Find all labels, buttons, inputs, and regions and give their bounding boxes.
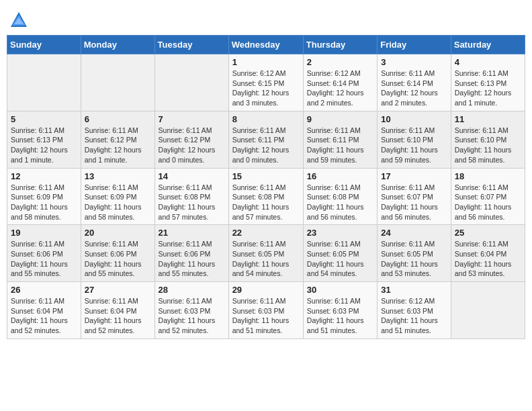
- calendar-week-row: 12Sunrise: 6:11 AM Sunset: 6:09 PM Dayli…: [7, 168, 525, 225]
- weekday-header: Saturday: [451, 36, 525, 54]
- calendar-cell: 27Sunrise: 6:11 AM Sunset: 6:04 PM Dayli…: [81, 282, 154, 339]
- weekday-header: Friday: [378, 36, 451, 54]
- day-number: 6: [85, 114, 151, 124]
- calendar-cell: 21Sunrise: 6:11 AM Sunset: 6:06 PM Dayli…: [154, 225, 228, 282]
- day-number: 15: [232, 171, 300, 181]
- calendar-week-row: 1Sunrise: 6:12 AM Sunset: 6:15 PM Daylig…: [7, 54, 525, 111]
- day-number: 18: [455, 171, 521, 181]
- day-info: Sunrise: 6:11 AM Sunset: 6:12 PM Dayligh…: [159, 126, 225, 165]
- calendar-cell: 12Sunrise: 6:11 AM Sunset: 6:09 PM Dayli…: [7, 168, 81, 225]
- calendar-cell: 22Sunrise: 6:11 AM Sunset: 6:05 PM Dayli…: [228, 225, 303, 282]
- calendar-cell: 11Sunrise: 6:11 AM Sunset: 6:10 PM Dayli…: [451, 111, 525, 168]
- day-number: 27: [85, 285, 151, 295]
- calendar-cell: 31Sunrise: 6:12 AM Sunset: 6:03 PM Dayli…: [378, 282, 451, 339]
- day-info: Sunrise: 6:12 AM Sunset: 6:03 PM Dayligh…: [381, 296, 447, 336]
- calendar-cell: 8Sunrise: 6:11 AM Sunset: 6:11 PM Daylig…: [228, 111, 303, 168]
- calendar-cell: 9Sunrise: 6:11 AM Sunset: 6:11 PM Daylig…: [303, 111, 377, 168]
- day-number: 10: [381, 114, 447, 124]
- day-number: 9: [307, 114, 373, 124]
- day-info: Sunrise: 6:11 AM Sunset: 6:03 PM Dayligh…: [159, 296, 225, 336]
- day-number: 11: [455, 114, 521, 124]
- day-number: 19: [11, 228, 77, 238]
- day-number: 31: [381, 285, 447, 295]
- day-info: Sunrise: 6:11 AM Sunset: 6:13 PM Dayligh…: [455, 68, 521, 108]
- day-info: Sunrise: 6:11 AM Sunset: 6:06 PM Dayligh…: [11, 239, 77, 279]
- day-info: Sunrise: 6:11 AM Sunset: 6:09 PM Dayligh…: [11, 183, 77, 222]
- day-number: 3: [381, 57, 447, 67]
- calendar-cell: [451, 282, 525, 339]
- calendar-cell: 20Sunrise: 6:11 AM Sunset: 6:06 PM Dayli…: [81, 225, 154, 282]
- weekday-header: Sunday: [7, 36, 81, 54]
- calendar-cell: 19Sunrise: 6:11 AM Sunset: 6:06 PM Dayli…: [7, 225, 81, 282]
- calendar-cell: 10Sunrise: 6:11 AM Sunset: 6:10 PM Dayli…: [378, 111, 451, 168]
- day-info: Sunrise: 6:11 AM Sunset: 6:14 PM Dayligh…: [381, 68, 447, 108]
- day-info: Sunrise: 6:11 AM Sunset: 6:10 PM Dayligh…: [381, 126, 447, 165]
- calendar-cell: 4Sunrise: 6:11 AM Sunset: 6:13 PM Daylig…: [451, 54, 525, 111]
- weekday-header: Tuesday: [154, 36, 228, 54]
- calendar-cell: 6Sunrise: 6:11 AM Sunset: 6:12 PM Daylig…: [81, 111, 154, 168]
- day-number: 17: [381, 171, 447, 181]
- day-number: 23: [307, 228, 373, 238]
- calendar-cell: 18Sunrise: 6:11 AM Sunset: 6:07 PM Dayli…: [451, 168, 525, 225]
- day-number: 14: [159, 171, 225, 181]
- day-info: Sunrise: 6:11 AM Sunset: 6:07 PM Dayligh…: [455, 183, 521, 222]
- calendar-cell: 13Sunrise: 6:11 AM Sunset: 6:09 PM Dayli…: [81, 168, 154, 225]
- day-info: Sunrise: 6:11 AM Sunset: 6:05 PM Dayligh…: [381, 239, 447, 279]
- day-number: 5: [11, 114, 77, 124]
- day-info: Sunrise: 6:11 AM Sunset: 6:06 PM Dayligh…: [85, 239, 151, 279]
- day-number: 8: [232, 114, 300, 124]
- day-info: Sunrise: 6:11 AM Sunset: 6:05 PM Dayligh…: [232, 239, 300, 279]
- calendar-cell: [7, 54, 81, 111]
- calendar-cell: 7Sunrise: 6:11 AM Sunset: 6:12 PM Daylig…: [154, 111, 228, 168]
- day-number: 26: [11, 285, 77, 295]
- calendar-cell: 2Sunrise: 6:12 AM Sunset: 6:14 PM Daylig…: [303, 54, 377, 111]
- calendar-week-row: 5Sunrise: 6:11 AM Sunset: 6:13 PM Daylig…: [7, 111, 525, 168]
- day-info: Sunrise: 6:11 AM Sunset: 6:03 PM Dayligh…: [232, 296, 300, 336]
- calendar-cell: 23Sunrise: 6:11 AM Sunset: 6:05 PM Dayli…: [303, 225, 377, 282]
- calendar-week-row: 19Sunrise: 6:11 AM Sunset: 6:06 PM Dayli…: [7, 225, 525, 282]
- calendar-table: SundayMondayTuesdayWednesdayThursdayFrid…: [7, 35, 525, 339]
- day-number: 2: [307, 57, 373, 67]
- header: [7, 7, 525, 30]
- day-info: Sunrise: 6:11 AM Sunset: 6:08 PM Dayligh…: [159, 183, 225, 222]
- weekday-header: Wednesday: [228, 36, 303, 54]
- day-number: 7: [159, 114, 225, 124]
- day-info: Sunrise: 6:11 AM Sunset: 6:13 PM Dayligh…: [11, 126, 77, 165]
- calendar-body: 1Sunrise: 6:12 AM Sunset: 6:15 PM Daylig…: [7, 54, 525, 339]
- calendar-cell: 3Sunrise: 6:11 AM Sunset: 6:14 PM Daylig…: [378, 54, 451, 111]
- weekday-header: Thursday: [303, 36, 377, 54]
- day-number: 24: [381, 228, 447, 238]
- day-number: 21: [159, 228, 225, 238]
- calendar-cell: 28Sunrise: 6:11 AM Sunset: 6:03 PM Dayli…: [154, 282, 228, 339]
- calendar-cell: [81, 54, 154, 111]
- calendar-cell: 15Sunrise: 6:11 AM Sunset: 6:08 PM Dayli…: [228, 168, 303, 225]
- calendar-cell: 30Sunrise: 6:11 AM Sunset: 6:03 PM Dayli…: [303, 282, 377, 339]
- day-number: 28: [159, 285, 225, 295]
- day-info: Sunrise: 6:11 AM Sunset: 6:10 PM Dayligh…: [455, 126, 521, 165]
- day-info: Sunrise: 6:11 AM Sunset: 6:04 PM Dayligh…: [85, 296, 151, 336]
- day-info: Sunrise: 6:11 AM Sunset: 6:11 PM Dayligh…: [232, 126, 300, 165]
- day-info: Sunrise: 6:11 AM Sunset: 6:12 PM Dayligh…: [85, 126, 151, 165]
- calendar-cell: 16Sunrise: 6:11 AM Sunset: 6:08 PM Dayli…: [303, 168, 377, 225]
- day-info: Sunrise: 6:11 AM Sunset: 6:05 PM Dayligh…: [307, 239, 373, 279]
- day-number: 4: [455, 57, 521, 67]
- calendar-cell: 29Sunrise: 6:11 AM Sunset: 6:03 PM Dayli…: [228, 282, 303, 339]
- calendar-cell: 1Sunrise: 6:12 AM Sunset: 6:15 PM Daylig…: [228, 54, 303, 111]
- day-info: Sunrise: 6:11 AM Sunset: 6:04 PM Dayligh…: [455, 239, 521, 279]
- day-info: Sunrise: 6:11 AM Sunset: 6:06 PM Dayligh…: [159, 239, 225, 279]
- day-number: 12: [11, 171, 77, 181]
- day-info: Sunrise: 6:12 AM Sunset: 6:14 PM Dayligh…: [307, 68, 373, 108]
- day-number: 16: [307, 171, 373, 181]
- calendar-cell: 24Sunrise: 6:11 AM Sunset: 6:05 PM Dayli…: [378, 225, 451, 282]
- calendar-cell: 17Sunrise: 6:11 AM Sunset: 6:07 PM Dayli…: [378, 168, 451, 225]
- day-number: 29: [232, 285, 300, 295]
- day-info: Sunrise: 6:11 AM Sunset: 6:08 PM Dayligh…: [232, 183, 300, 222]
- day-info: Sunrise: 6:11 AM Sunset: 6:07 PM Dayligh…: [381, 183, 447, 222]
- calendar-header-row: SundayMondayTuesdayWednesdayThursdayFrid…: [7, 36, 525, 54]
- calendar-cell: 14Sunrise: 6:11 AM Sunset: 6:08 PM Dayli…: [154, 168, 228, 225]
- weekday-header: Monday: [81, 36, 154, 54]
- calendar-cell: [154, 54, 228, 111]
- day-info: Sunrise: 6:12 AM Sunset: 6:15 PM Dayligh…: [232, 68, 300, 108]
- day-number: 22: [232, 228, 300, 238]
- day-number: 13: [85, 171, 151, 181]
